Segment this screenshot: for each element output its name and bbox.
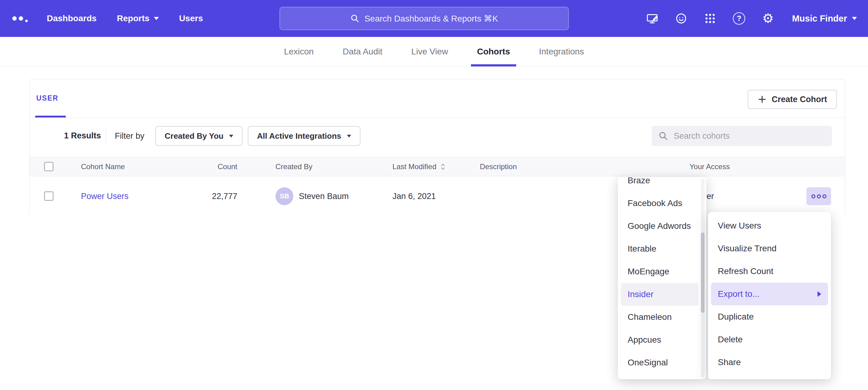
logo-dot-icon [19,16,23,21]
export-to-submenu-list: Braze Facebook Ads Google Adwords Iterab… [618,177,706,374]
brand-logo[interactable] [12,0,28,37]
tab-label: Integrations [539,47,584,57]
menu-item-appcues[interactable]: Appcues [618,328,706,351]
cohort-table-row: Power Users 22,777 SB Steven Baum Jan 6,… [30,176,845,216]
nav-users-label: Users [179,13,203,23]
menu-item-facebook-ads[interactable]: Facebook Ads [618,192,706,215]
tab-label: Cohorts [477,47,510,57]
tab-integrations[interactable]: Integrations [528,37,594,66]
contact-monitor-icon[interactable] [646,12,659,25]
settings-gear-icon[interactable]: ⚙ [761,12,775,25]
last-modified-cell: Jan 6, 2021 [393,176,436,216]
cohorts-table-header: Cohort Name Count Created By Last Modifi… [30,157,845,176]
primary-nav: Dashboards Reports Users [47,0,203,37]
global-search-input[interactable]: Search Dashboards & Reports ⌘K [279,7,569,30]
column-description: Description [480,157,517,176]
help-circle: ? [733,12,745,25]
menu-item-delete[interactable]: Delete [708,328,831,351]
search-icon [658,131,668,141]
cohort-search-input[interactable] [674,126,828,146]
menu-item-google-adwords[interactable]: Google Adwords [618,215,706,237]
integrations-filter-dropdown[interactable]: All Active Integrations [248,126,361,146]
select-all-checkbox[interactable] [44,162,54,171]
more-dots-icon [823,194,827,198]
menu-item-braze[interactable]: Braze [618,177,706,192]
create-cohort-label: Create Cohort [772,95,827,104]
nav-reports-label: Reports [117,13,150,23]
cohort-actions-menu: View Users Visualize Trend Refresh Count… [708,212,831,379]
menu-item-visualize-trend[interactable]: Visualize Trend [708,237,831,260]
menu-item-view-users[interactable]: View Users [708,215,831,237]
tab-lexicon[interactable]: Lexicon [274,37,324,66]
help-glyph: ? [737,15,742,22]
menu-item-iterable[interactable]: Iterable [618,237,706,260]
scrollbar-thumb[interactable] [701,232,705,313]
menu-item-export-to[interactable]: Export to... [711,283,828,305]
logo-dot-icon [12,16,17,21]
menu-item-onesignal[interactable]: OneSignal [618,351,706,374]
help-icon[interactable]: ? [732,12,746,25]
nav-dashboards[interactable]: Dashboards [47,13,97,23]
column-count: Count [197,157,237,176]
tab-label: Live View [411,47,448,57]
cohort-name-link[interactable]: Power Users [81,192,129,201]
column-last-modified-label: Last Modified [393,162,436,171]
column-your-access: Your Access [689,157,730,176]
results-count: 1 Results [64,131,101,140]
created-by-cell: SB Steven Baum [276,176,349,216]
menu-item-share[interactable]: Share [708,351,831,374]
column-cohort-name: Cohort Name [81,157,125,176]
more-dots-icon [817,194,821,198]
filter-by-label: Filter by [115,131,144,141]
menu-item-moengage[interactable]: MoEngage [618,260,706,283]
gear-glyph: ⚙ [762,12,774,25]
chevron-down-icon [347,135,351,137]
submenu-arrow-icon [817,291,821,297]
column-last-modified[interactable]: Last Modified [393,157,446,176]
section-tabs: Lexicon Data Audit Live View Cohorts Int… [0,37,868,67]
created-by-filter-label: Created By You [165,131,223,141]
top-navigation-bar: Dashboards Reports Users Search Dashboar… [0,0,868,37]
global-search-placeholder: Search Dashboards & Reports ⌘K [365,13,498,24]
cohorts-panel: USER Create Cohort 1 Results Filter by C… [29,79,845,216]
row-checkbox[interactable] [44,191,54,201]
tab-label: Data Audit [343,47,382,57]
more-dots-icon [811,194,815,198]
nav-users[interactable]: Users [179,13,203,23]
integrations-filter-label: All Active Integrations [257,131,341,141]
tab-user-cohorts[interactable]: USER [36,94,59,102]
chevron-down-icon [852,17,857,20]
created-by-filter-dropdown[interactable]: Created By You [155,126,243,146]
nav-dashboards-label: Dashboards [47,13,97,23]
export-to-label: Export to... [718,289,760,299]
sort-icon [439,163,446,171]
chevron-down-icon [229,135,233,137]
cohort-search [652,126,832,146]
chevron-down-icon [154,17,159,20]
row-actions-button[interactable] [806,187,831,205]
apps-grid-icon[interactable] [703,12,717,25]
plus-icon [757,95,767,104]
tab-label: Lexicon [284,47,314,57]
cohort-actions-list: View Users Visualize Trend Refresh Count… [708,215,831,374]
project-name: Music Finder [792,13,847,24]
topbar-right-cluster: ? ⚙ Music Finder [646,0,857,37]
nav-reports[interactable]: Reports [117,13,159,23]
created-by-name: Steven Baum [299,192,349,201]
menu-item-duplicate[interactable]: Duplicate [708,305,831,328]
tab-live-view[interactable]: Live View [401,37,458,66]
cohort-count: 22,777 [197,176,237,216]
app-screen: Dashboards Reports Users Search Dashboar… [0,0,868,390]
export-to-submenu: Braze Facebook Ads Google Adwords Iterab… [618,177,706,379]
divider [30,118,845,118]
divider [105,129,106,143]
menu-item-refresh-count[interactable]: Refresh Count [708,260,831,283]
tab-data-audit[interactable]: Data Audit [332,37,393,66]
avatar: SB [276,187,293,205]
project-picker[interactable]: Music Finder [792,13,857,24]
menu-item-insider[interactable]: Insider [621,283,699,306]
create-cohort-button[interactable]: Create Cohort [748,90,837,109]
menu-item-chameleon[interactable]: Chameleon [618,306,706,328]
feedback-smiley-icon[interactable] [674,12,688,25]
tab-cohorts[interactable]: Cohorts [467,37,521,66]
